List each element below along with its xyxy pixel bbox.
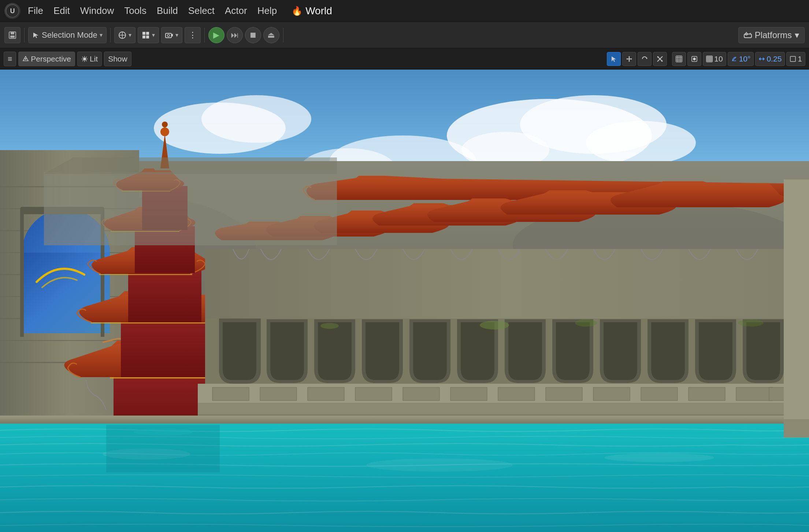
- grid-size-btn[interactable]: 10: [703, 52, 726, 66]
- menu-edit[interactable]: Edit: [53, 5, 70, 16]
- svg-rect-111: [593, 387, 630, 401]
- svg-line-26: [86, 60, 87, 61]
- tool-select-btn[interactable]: [607, 52, 621, 66]
- snap-arrow: ▾: [152, 31, 155, 38]
- svg-point-126: [320, 323, 339, 329]
- play-btn[interactable]: ▶: [208, 27, 224, 43]
- options-btn[interactable]: ⋮: [185, 27, 201, 43]
- menu-window[interactable]: Window: [80, 5, 114, 16]
- sep-3: [204, 28, 205, 42]
- svg-rect-108: [450, 387, 487, 401]
- svg-point-125: [575, 319, 597, 327]
- svg-point-46: [693, 58, 695, 60]
- menu-file[interactable]: File: [28, 5, 43, 16]
- angle-num: 10°: [739, 55, 751, 63]
- perspective-label: Perspective: [31, 55, 71, 63]
- svg-rect-113: [689, 387, 725, 401]
- layout-btn[interactable]: 1: [786, 52, 805, 66]
- menu-tools[interactable]: Tools: [124, 5, 146, 16]
- eject-btn[interactable]: ⏏: [263, 27, 279, 43]
- svg-rect-110: [546, 387, 582, 401]
- layout-num: 1: [798, 55, 802, 63]
- skip-forward-btn[interactable]: ⏭: [227, 27, 243, 43]
- eject-icon: ⏏: [267, 30, 275, 40]
- transform-btn[interactable]: ▾: [114, 27, 136, 43]
- svg-rect-112: [641, 387, 678, 401]
- grid-size-num: 10: [714, 55, 723, 63]
- svg-rect-8: [142, 32, 145, 35]
- save-btn[interactable]: [4, 27, 21, 43]
- scale-btn[interactable]: 0.25: [755, 52, 785, 66]
- svg-rect-107: [403, 387, 439, 401]
- svg-line-25: [82, 57, 84, 58]
- svg-point-20: [83, 57, 86, 60]
- menu-build[interactable]: Build: [157, 5, 178, 16]
- svg-rect-105: [308, 387, 344, 401]
- svg-point-61: [586, 121, 696, 165]
- world-name: World: [305, 5, 332, 17]
- main-toolbar: Selection Mode ▾ ▾ ▾: [0, 22, 809, 48]
- svg-point-95: [162, 122, 168, 127]
- sep-2: [110, 28, 111, 42]
- svg-rect-101: [198, 403, 809, 416]
- snap-btn[interactable]: ▾: [138, 27, 159, 43]
- svg-rect-114: [736, 387, 773, 401]
- scale-num: 0.25: [767, 55, 782, 63]
- show-btn[interactable]: Show: [104, 52, 131, 66]
- svg-marker-56: [763, 58, 764, 60]
- svg-marker-32: [628, 61, 630, 62]
- tool-move-btn[interactable]: [622, 52, 636, 66]
- tool-rotate-btn[interactable]: [638, 52, 652, 66]
- svg-marker-33: [626, 58, 627, 60]
- tool-scale-btn[interactable]: [653, 52, 667, 66]
- svg-rect-122: [784, 179, 809, 436]
- world-label: 🔥 World: [292, 5, 332, 17]
- main-container: U File Edit Window Tools Build Select Ac…: [0, 0, 809, 532]
- surface-snap-btn[interactable]: [687, 52, 701, 66]
- menu-help[interactable]: Help: [257, 5, 277, 16]
- platforms-arrow: ▾: [795, 30, 799, 40]
- svg-point-124: [480, 321, 509, 330]
- ue-logo: U: [4, 3, 21, 19]
- selection-mode-label: Selection Mode: [42, 30, 97, 40]
- scene-svg: [0, 70, 809, 532]
- svg-rect-40: [676, 56, 682, 62]
- svg-rect-83: [20, 209, 24, 337]
- hamburger-icon: ≡: [8, 55, 12, 63]
- platforms-btn[interactable]: Platforms ▾: [738, 27, 805, 43]
- svg-rect-3: [11, 32, 14, 34]
- viewport-options-btn[interactable]: ≡: [4, 52, 16, 66]
- svg-point-118: [366, 458, 513, 472]
- svg-marker-31: [628, 56, 630, 57]
- play-icon: ▶: [213, 30, 219, 40]
- svg-rect-9: [146, 32, 149, 35]
- svg-marker-55: [759, 58, 760, 60]
- svg-marker-35: [646, 58, 647, 59]
- svg-point-120: [134, 428, 192, 436]
- menu-select[interactable]: Select: [188, 5, 215, 16]
- world-fire-icon: 🔥: [292, 6, 303, 16]
- viewport[interactable]: [0, 70, 809, 532]
- svg-rect-10: [142, 36, 145, 38]
- svg-point-127: [738, 319, 764, 327]
- camera-btn[interactable]: ▾: [161, 27, 182, 43]
- sep-1: [24, 28, 25, 42]
- svg-rect-104: [260, 387, 297, 401]
- menu-actor[interactable]: Actor: [225, 5, 247, 16]
- world-grid-btn[interactable]: [672, 52, 686, 66]
- svg-rect-128: [44, 172, 337, 245]
- svg-rect-90: [128, 269, 201, 322]
- svg-rect-123: [784, 419, 809, 438]
- svg-rect-109: [498, 387, 535, 401]
- camera-arrow: ▾: [175, 31, 178, 38]
- perspective-btn[interactable]: Perspective: [18, 52, 75, 66]
- selection-mode-btn[interactable]: Selection Mode ▾: [28, 27, 107, 43]
- options-icon: ⋮: [189, 30, 197, 40]
- stop-btn[interactable]: ⏹: [245, 27, 261, 43]
- angle-btn[interactable]: 10°: [728, 52, 754, 66]
- titlebar: U File Edit Window Tools Build Select Ac…: [0, 0, 809, 22]
- svg-marker-34: [631, 58, 632, 60]
- transform-arrow: ▾: [129, 31, 131, 38]
- svg-rect-12: [166, 33, 171, 38]
- lit-btn[interactable]: Lit: [77, 52, 102, 66]
